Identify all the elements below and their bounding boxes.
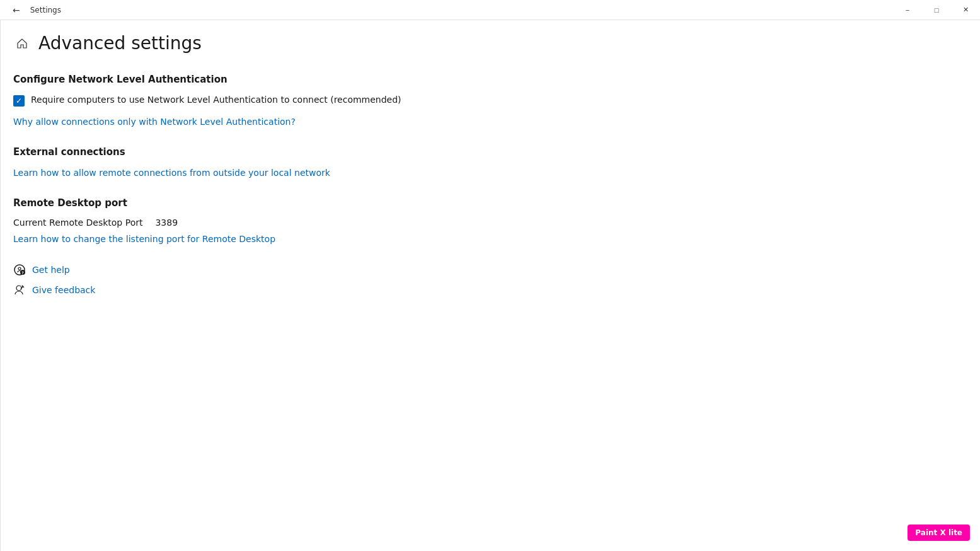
external-section: External connections Learn how to allow … <box>13 146 955 180</box>
give-feedback-item[interactable]: Give feedback <box>13 284 955 296</box>
give-feedback-link[interactable]: Give feedback <box>32 285 95 295</box>
main-content: Advanced settings Configure Network Leve… <box>1 20 980 551</box>
get-help-item[interactable]: ? Get help <box>13 264 955 276</box>
back-button[interactable]: ← <box>8 3 25 18</box>
nla-section-title: Configure Network Level Authentication <box>13 74 955 85</box>
page-title: Advanced settings <box>38 33 202 54</box>
port-label: Current Remote Desktop Port <box>13 218 142 228</box>
close-button[interactable]: ✕ <box>951 0 980 20</box>
content-area: Advanced settings Configure Network Leve… <box>0 20 980 551</box>
svg-point-1 <box>18 267 21 270</box>
titlebar: ← Settings − □ ✕ <box>0 0 980 20</box>
svg-text:?: ? <box>21 270 24 275</box>
port-value: 3389 <box>155 218 178 228</box>
help-section: ? Get help Give feedback <box>13 264 955 296</box>
nla-checkbox[interactable] <box>13 95 25 107</box>
get-help-icon: ? <box>13 264 26 276</box>
nla-section: Configure Network Level Authentication R… <box>13 74 955 129</box>
svg-point-4 <box>16 286 21 291</box>
port-section: Remote Desktop port Current Remote Deskt… <box>13 197 955 246</box>
get-help-link[interactable]: Get help <box>32 265 70 275</box>
nla-link[interactable]: Why allow connections only with Network … <box>13 117 296 127</box>
titlebar-title: Settings <box>30 6 61 14</box>
titlebar-controls: − □ ✕ <box>893 0 980 20</box>
paint-x-badge: Paint X lite <box>908 525 970 541</box>
page-header: Advanced settings <box>13 33 955 54</box>
titlebar-left: ← Settings <box>8 3 61 18</box>
give-feedback-icon <box>13 284 26 296</box>
nla-checkbox-row: Require computers to use Network Level A… <box>13 94 955 107</box>
minimize-button[interactable]: − <box>893 0 922 20</box>
external-link[interactable]: Learn how to allow remote connections fr… <box>13 168 330 178</box>
external-section-title: External connections <box>13 146 955 158</box>
maximize-button[interactable]: □ <box>922 0 951 20</box>
home-button[interactable] <box>13 35 31 52</box>
nla-checkbox-label: Require computers to use Network Level A… <box>31 94 401 107</box>
port-section-title: Remote Desktop port <box>13 197 955 209</box>
port-row: Current Remote Desktop Port 3389 <box>13 218 955 228</box>
port-link[interactable]: Learn how to change the listening port f… <box>13 234 275 244</box>
